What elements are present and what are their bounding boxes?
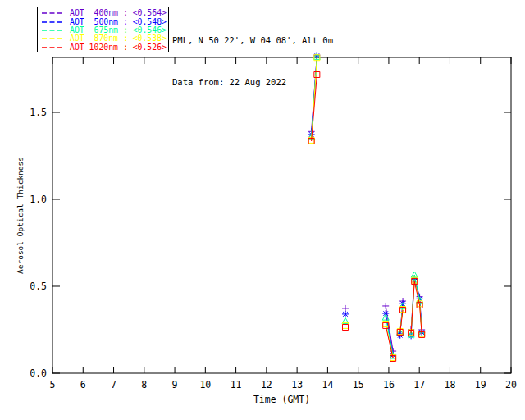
data-point-marker: [343, 325, 349, 331]
x-tick-label: 13: [291, 379, 303, 390]
data-point-marker: [342, 311, 349, 317]
legend-entry-label: AOT 870nm : <0.538>: [70, 34, 167, 43]
plot-header: PML, N 50 22', W 04 08', Alt 0m Data fro…: [172, 6, 333, 117]
x-tick-label: 15: [353, 379, 364, 390]
legend-entry: AOT 1020nm : <0.526>: [38, 43, 168, 52]
x-tick-label: 7: [111, 379, 116, 390]
x-tick-label: 18: [445, 379, 456, 390]
legend-dash-swatch: [41, 28, 66, 33]
x-tick-label: 12: [261, 379, 272, 390]
legend-entry: AOT 870nm : <0.538>: [38, 34, 168, 43]
legend-entry-label: AOT 1020nm : <0.526>: [70, 43, 167, 52]
x-tick-label: 6: [80, 379, 86, 390]
x-tick-label: 10: [199, 379, 211, 390]
y-tick-label: 1.5: [30, 107, 47, 118]
x-tick-label: 8: [141, 379, 147, 390]
legend-entry: AOT 400nm : <0.564>: [38, 9, 168, 17]
legend-dash-swatch: [41, 11, 66, 16]
x-axis-title: Time (GMT): [253, 394, 310, 405]
y-tick-label: 0.5: [30, 281, 47, 292]
data-date: Data from: 22 Aug 2022: [172, 75, 333, 89]
station-title: PML, N 50 22', W 04 08', Alt 0m: [172, 34, 333, 48]
x-tick-label: 9: [172, 379, 178, 390]
series-line: [386, 317, 393, 356]
x-tick-label: 14: [322, 379, 333, 390]
x-tick-label: 19: [475, 379, 486, 390]
y-axis-title: Aerosol Optical Thickness: [16, 157, 25, 274]
x-tick-label: 11: [231, 379, 242, 390]
y-tick-label: 1.0: [30, 194, 47, 205]
data-point-marker: [382, 303, 389, 309]
legend-entry-label: AOT 400nm : <0.564>: [70, 9, 167, 17]
x-tick-label: 5: [50, 379, 56, 390]
x-tick-label: 20: [505, 379, 517, 390]
y-tick-label: 0.0: [30, 368, 47, 379]
legend-dash-swatch: [41, 20, 66, 25]
x-tick-label: 16: [383, 379, 395, 390]
x-tick-label: 17: [413, 379, 425, 390]
legend-box: AOT 400nm : <0.564>AOT 500nm : <0.548>AO…: [37, 7, 169, 52]
legend-dash-swatch: [41, 36, 66, 41]
data-point-marker: [342, 305, 349, 312]
legend-dash-swatch: [41, 45, 66, 50]
y-axis: 0.00.51.01.5Aerosol Optical Thickness: [16, 107, 511, 379]
aot-plot-canvas: 567891011121314151617181920Time (GMT)0.0…: [0, 0, 525, 420]
